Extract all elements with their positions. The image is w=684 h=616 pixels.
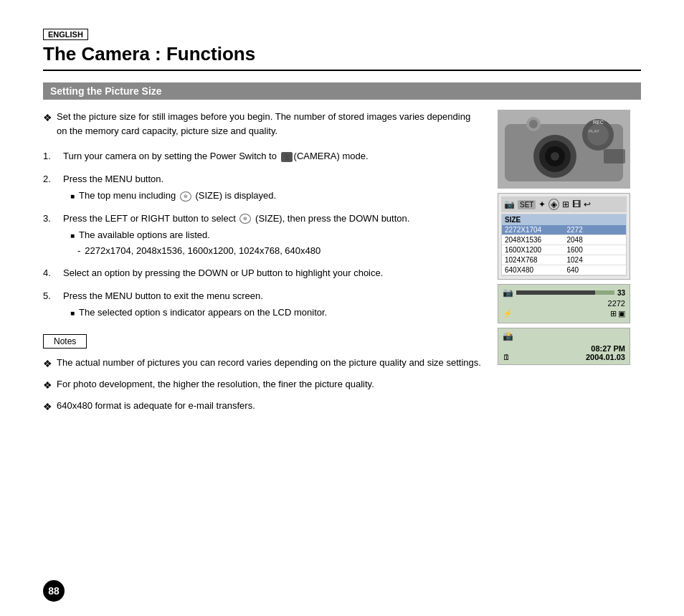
step-1-content: Turn your camera on by setting the Power… [63, 149, 483, 164]
page-number: 88 [43, 580, 65, 602]
note-1: ❖ The actual number of pictures you can … [43, 356, 483, 371]
date-camera-icon: 📸 [503, 331, 513, 341]
lcd-size-label: 2272 [608, 299, 625, 308]
step-3-sub-text: The available options are listed. [79, 228, 210, 242]
size-row-2: 1600X1200 1600 [502, 245, 626, 255]
size-label-3: 1024X768 [502, 255, 564, 265]
step-3-sub: ■ The available options are listed. [70, 228, 483, 242]
size-value-2: 1600 [564, 245, 627, 255]
sidebar: REC PLAY 📷 SET [498, 110, 641, 420]
step-3: 3. Press the LEFT or RIGHT button to sel… [43, 212, 483, 258]
step-5-content: Press the MENU button to exit the menu s… [63, 289, 483, 320]
size-value-3: 1024 [564, 255, 627, 265]
step-2-content: Press the MENU button. ■ The top menu in… [63, 172, 483, 203]
language-label: ENGLISH [43, 29, 88, 40]
menu-icon-nav: ◈ [548, 199, 559, 210]
date-top-row: 📸 [503, 331, 625, 341]
lcd-grid-icon: ⊞ [610, 309, 617, 318]
step-2-sub-text: The top menu including ⊕ (SIZE) is displ… [79, 189, 276, 203]
step-3-text: Press the LEFT or RIGHT button to select… [63, 212, 483, 226]
step-3-content: Press the LEFT or RIGHT button to select… [63, 212, 483, 258]
menu-icon-film: 🎞 [572, 199, 581, 209]
step-2-text: Press the MENU button. [63, 172, 483, 186]
main-content: ❖ Set the picture size for still images … [43, 110, 483, 420]
step-4-content: Select an option by pressing the DOWN or… [63, 266, 483, 280]
intro-bullet: ❖ Set the picture size for still images … [43, 110, 483, 138]
step-3-dash: - 2272x1704, 2048x1536, 1600x1200, 1024x… [77, 244, 483, 258]
section-title: Setting the Picture Size [43, 82, 641, 100]
intro-diamond: ❖ [43, 110, 52, 138]
menu-screen: 📷 SET ✦ ◈ ⊞ 🎞 ↩ SIZE 2272X1704 2272 [498, 193, 630, 280]
lcd-progress-fill [516, 290, 595, 295]
size-value-0: 2272 [564, 225, 627, 234]
lcd-icons-row: ⚡ ⊞ ▣ [503, 309, 625, 318]
note-2-text: For photo development, the higher the re… [57, 377, 374, 393]
note-2-diamond: ❖ [43, 378, 52, 393]
note-3: ❖ 640x480 format is adequate for e-mail … [43, 399, 483, 414]
size-value-4: 640 [564, 265, 627, 275]
lcd-flash-icon: ⚡ [503, 309, 513, 318]
note-3-text: 640x480 format is adequate for e-mail tr… [57, 399, 255, 414]
svg-text:PLAY: PLAY [589, 129, 599, 133]
size-label-2: 1600X1200 [502, 245, 564, 255]
svg-point-7 [529, 120, 538, 128]
step-5-sub-text: The selected option s indicator appears … [79, 305, 327, 320]
size-value-1: 2048 [564, 235, 627, 245]
page: ENGLISH The Camera : Functions Setting t… [0, 0, 684, 616]
step-2: 2. Press the MENU button. ■ The top menu… [43, 172, 483, 203]
lcd-count: 33 [617, 289, 625, 297]
size-table-header: SIZE [502, 214, 626, 225]
date-date-row: 🗓 2004.01.03 [503, 353, 625, 361]
menu-icon-camera: 📷 [504, 199, 515, 209]
step-3-options: 2272x1704, 2048x1536, 1600x1200, 1024x76… [85, 244, 320, 258]
menu-icon-grid: ⊞ [562, 199, 569, 209]
step-4-text: Select an option by pressing the DOWN or… [63, 267, 383, 278]
lcd-camera-icon: 📷 [503, 288, 513, 298]
svg-rect-12 [604, 149, 625, 164]
step-1-num: 1. [43, 149, 57, 164]
date-time-row: 08:27 PM [503, 344, 625, 353]
size-label-4: 640X480 [502, 265, 564, 275]
menu-icon-extra: ↩ [584, 199, 591, 209]
lcd-progress-bar [516, 290, 614, 295]
note-2: ❖ For photo development, the higher the … [43, 377, 483, 393]
note-3-diamond: ❖ [43, 399, 52, 414]
step-5-bullet-icon: ■ [70, 308, 75, 320]
step-1: 1. Turn your camera on by setting the Po… [43, 149, 483, 164]
size-icon-3: ⊕ [239, 214, 251, 224]
notes-label: Notes [43, 334, 87, 349]
note-1-text: The actual number of pictures you can re… [57, 356, 481, 371]
step-3-dash-mark: - [77, 244, 80, 258]
step-5-text: Press the MENU button to exit the menu s… [63, 289, 483, 303]
camera-icon: 🎥 [281, 152, 293, 162]
size-row-1: 2048X1536 2048 [502, 235, 626, 245]
note-1-diamond: ❖ [43, 356, 52, 371]
camera-top-image: REC PLAY [498, 110, 630, 189]
lcd-screen: 📷 33 2272 ⚡ ⊞ ▣ [498, 284, 630, 323]
step-5-sub: ■ The selected option s indicator appear… [70, 305, 483, 320]
size-icon-2: ⊕ [180, 191, 191, 202]
date-time-value: 08:27 PM [591, 344, 625, 353]
lcd-top-row: 📷 33 [503, 288, 625, 298]
step-4-num: 4. [43, 266, 57, 280]
svg-text:REC: REC [593, 120, 604, 125]
step-4: 4. Select an option by pressing the DOWN… [43, 266, 483, 280]
lcd-mid-row: 2272 [503, 299, 625, 308]
main-title: The Camera : Functions [43, 43, 641, 71]
menu-icon-star: ✦ [538, 199, 546, 209]
intro-text: Set the picture size for still images be… [57, 110, 483, 138]
size-row-3: 1024X768 1024 [502, 255, 626, 265]
step-3-bullet-icon: ■ [70, 230, 75, 242]
size-row-0: 2272X1704 2272 [502, 225, 626, 235]
step-2-num: 2. [43, 172, 57, 203]
menu-icon-row: 📷 SET ✦ ◈ ⊞ 🎞 ↩ [501, 196, 627, 212]
menu-icon-set: SET [518, 200, 536, 209]
language-label-box: ENGLISH [43, 29, 641, 43]
step-1-text: Turn your camera on by setting the Power… [63, 151, 369, 161]
lcd-extra-icon: ▣ [618, 309, 625, 318]
svg-point-11 [551, 152, 559, 161]
content-area: ❖ Set the picture size for still images … [43, 110, 641, 420]
step-3-num: 3. [43, 212, 57, 258]
size-table: SIZE 2272X1704 2272 2048X1536 2048 1600X… [501, 214, 627, 276]
step-2-sub: ■ The top menu including ⊕ (SIZE) is dis… [70, 189, 483, 203]
